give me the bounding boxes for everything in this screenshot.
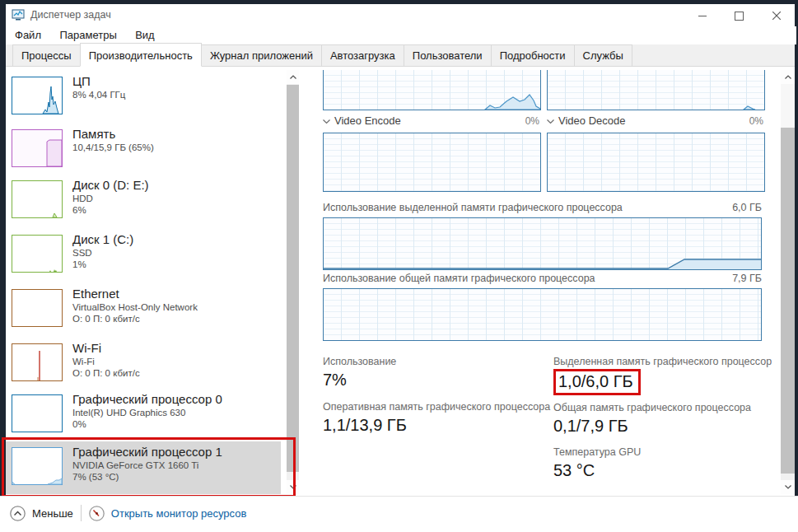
minimize-icon bbox=[698, 16, 707, 16]
panel-scroll-up-button[interactable] bbox=[781, 70, 795, 84]
sidebar-scroll-thumb[interactable] bbox=[287, 85, 299, 472]
memory-mini-chart bbox=[12, 129, 63, 167]
maximize-icon bbox=[735, 12, 744, 21]
menu-file[interactable]: Файл bbox=[7, 26, 49, 44]
menu-options[interactable]: Параметры bbox=[52, 26, 124, 44]
ethernet-mini-chart bbox=[12, 289, 63, 327]
video-encode-label[interactable]: Video Encode bbox=[323, 114, 401, 127]
sidebar-item-cpu[interactable]: ЦП 8% 4,04 ГГц bbox=[6, 71, 281, 124]
chevron-up-icon bbox=[785, 75, 791, 79]
sidebar-item-disk1[interactable]: Диск 1 (C:) SSD 1% bbox=[6, 229, 281, 282]
sidebar-wifi-title: Wi-Fi bbox=[72, 340, 140, 356]
dedicated-memory-chart bbox=[323, 217, 762, 270]
video-encode-value: 0% bbox=[525, 115, 539, 127]
sidebar-gpu1-sub1: NVIDIA GeForce GTX 1660 Ti bbox=[72, 460, 222, 471]
shared-memory-chart bbox=[323, 288, 762, 341]
sidebar-item-disk0[interactable]: Диск 0 (D: E:) HDD 6% bbox=[6, 175, 281, 227]
dedicated-memory-line bbox=[324, 218, 761, 269]
sidebar-scrollbar[interactable] bbox=[287, 70, 299, 494]
panel-scroll-thumb[interactable] bbox=[781, 128, 795, 474]
gpu1-mini-chart bbox=[12, 447, 63, 485]
sidebar-item-memory[interactable]: Память 10,4/15,9 ГБ (65%) bbox=[6, 124, 281, 176]
disk1-mini-chart bbox=[12, 235, 63, 273]
sidebar-item-gpu0[interactable]: Графический процессор 0 Intel(R) UHD Gra… bbox=[6, 389, 281, 441]
sidebar-disk0-sub1: HDD bbox=[72, 193, 149, 204]
chevron-down-icon bbox=[785, 485, 791, 489]
tab-bar: Процессы Производительность Журнал прило… bbox=[6, 44, 795, 67]
video-decode-label[interactable]: Video Decode bbox=[547, 114, 625, 127]
dedicated-gpu-memory-label: Выделенная память графического процессор bbox=[553, 356, 784, 367]
close-button[interactable] bbox=[758, 4, 795, 27]
chevron-down-icon bbox=[290, 485, 296, 489]
video-encode-row: Video Encode 0% bbox=[323, 114, 539, 127]
shared-memory-header: Использование общей памяти графического … bbox=[323, 273, 762, 284]
usage-label: Использование bbox=[323, 356, 545, 367]
panel-scroll-down-button[interactable] bbox=[781, 480, 795, 494]
chevron-down-icon bbox=[547, 119, 554, 124]
sidebar-gpu0-sub2: 0% bbox=[72, 418, 222, 430]
gpu0-mini-chart bbox=[12, 394, 63, 432]
window-title: Диспетчер задач bbox=[30, 9, 111, 21]
sidebar-scroll-down-button[interactable] bbox=[287, 480, 299, 494]
chevron-down-icon bbox=[323, 119, 330, 124]
close-icon bbox=[772, 12, 781, 20]
shared-gpu-memory-value: 0,1/7,9 ГБ bbox=[553, 417, 784, 436]
sidebar-wifi-sub1: Wi-Fi bbox=[72, 356, 140, 367]
tab-users[interactable]: Пользователи bbox=[404, 44, 492, 66]
tab-app-history[interactable]: Журнал приложений bbox=[201, 44, 322, 66]
gpu-engine-chart-top-right bbox=[547, 70, 765, 110]
cpu-mini-chart bbox=[12, 77, 63, 114]
dedicated-memory-header: Использование выделенной памяти графичес… bbox=[323, 202, 762, 213]
tab-startup[interactable]: Автозагрузка bbox=[321, 44, 404, 66]
shared-memory-label: Использование общей памяти графического … bbox=[323, 273, 595, 284]
gpu-engine-chart-top-left bbox=[323, 70, 541, 110]
sidebar-memory-sub: 10,4/15,9 ГБ (65%) bbox=[72, 142, 154, 153]
sidebar-wifi-sub2: О: 0 П: 0 кбит/с bbox=[72, 367, 140, 379]
sidebar-item-wifi[interactable]: Wi-Fi Wi-Fi О: 0 П: 0 кбит/с bbox=[6, 338, 281, 390]
dedicated-gpu-memory-value: 1,0/6,0 ГБ bbox=[553, 369, 641, 395]
sidebar-disk1-title: Диск 1 (C:) bbox=[72, 231, 133, 247]
tab-services[interactable]: Службы bbox=[574, 44, 632, 66]
sidebar-cpu-title: ЦП bbox=[72, 73, 125, 89]
minimize-button[interactable] bbox=[684, 4, 721, 27]
menu-view[interactable]: Вид bbox=[128, 26, 162, 44]
tab-details[interactable]: Подробности bbox=[491, 44, 575, 66]
sidebar-disk1-sub1: SSD bbox=[72, 247, 133, 259]
tab-performance[interactable]: Производительность bbox=[80, 43, 202, 67]
maximize-button[interactable] bbox=[721, 4, 758, 27]
sidebar-disk0-title: Диск 0 (D: E:) bbox=[72, 177, 149, 193]
sidebar-ethernet-title: Ethernet bbox=[72, 286, 198, 301]
sidebar-disk0-sub2: 6% bbox=[72, 204, 149, 216]
title-bar: Диспетчер задач bbox=[6, 4, 795, 26]
panel-scroll-track-gap[interactable] bbox=[781, 84, 795, 128]
sidebar-memory-title: Память bbox=[72, 126, 154, 142]
menu-bar: Файл Параметры Вид bbox=[6, 26, 796, 44]
sidebar-scroll-up-button[interactable] bbox=[287, 70, 299, 84]
desktop-edge-left bbox=[0, 4, 6, 496]
tab-processes[interactable]: Процессы bbox=[12, 44, 81, 66]
sidebar-gpu0-sub1: Intel(R) UHD Graphics 630 bbox=[72, 407, 222, 418]
sidebar-item-gpu1[interactable]: Графический процессор 1 NVIDIA GeForce G… bbox=[6, 441, 281, 494]
open-resource-monitor-link[interactable]: Открыть монитор ресурсов bbox=[89, 506, 246, 521]
shared-gpu-memory-label: Общая память графического процессора bbox=[553, 402, 784, 413]
less-button[interactable]: Меньше bbox=[10, 506, 73, 521]
gpu-ram-value: 1,1/13,9 ГБ bbox=[323, 416, 545, 435]
gpu-temperature-value: 53 °C bbox=[553, 461, 784, 480]
task-manager-window: Диспетчер задач Файл Параметры Вид Проце… bbox=[0, 0, 798, 532]
footer-bar: Меньше Открыть монитор ресурсов bbox=[0, 496, 798, 532]
stats-column-2: Выделенная память графического процессор… bbox=[553, 356, 784, 480]
shared-memory-max: 7,9 ГБ bbox=[732, 273, 762, 284]
video-decode-value: 0% bbox=[749, 115, 763, 127]
wifi-mini-chart bbox=[12, 343, 63, 381]
collapse-circle-icon bbox=[10, 506, 26, 521]
sidebar-item-ethernet[interactable]: Ethernet VirtualBox Host-Only Network О:… bbox=[6, 283, 281, 336]
chevron-up-icon bbox=[290, 75, 296, 79]
gpu-ram-label: Оперативная память графического процессо… bbox=[323, 401, 545, 413]
panel-scrollbar[interactable] bbox=[781, 70, 795, 494]
dedicated-memory-label: Использование выделенной памяти графичес… bbox=[323, 202, 623, 213]
footer-divider bbox=[81, 505, 82, 521]
sidebar-cpu-sub: 8% 4,04 ГГц bbox=[72, 89, 125, 100]
desktop-edge-right bbox=[795, 4, 798, 496]
resource-monitor-icon bbox=[89, 506, 105, 521]
video-decode-chart bbox=[547, 133, 765, 192]
